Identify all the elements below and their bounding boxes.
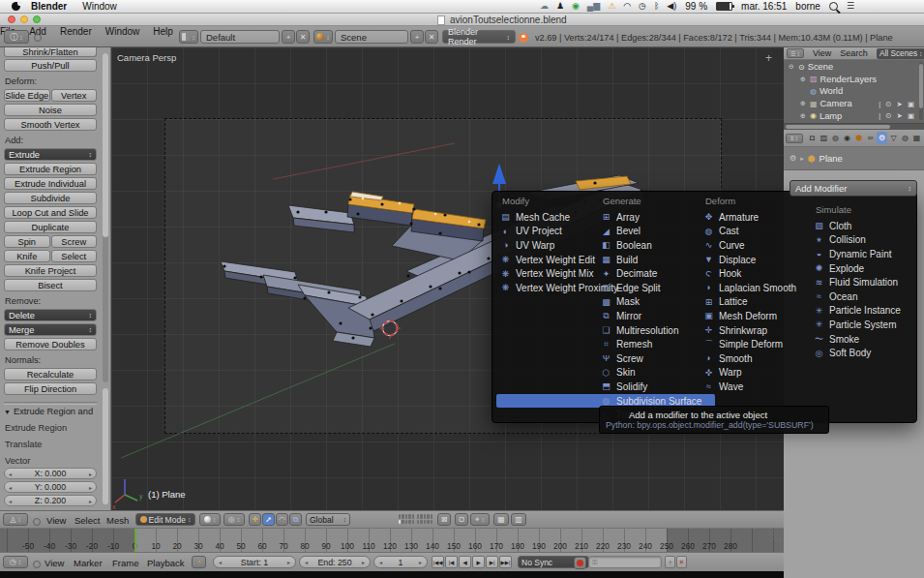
scene-icon-button[interactable]: ↕ (313, 30, 333, 44)
expand-icon[interactable]: ⊕ (799, 100, 807, 107)
modifier-menu-item[interactable]: ▣Mesh Deform (703, 309, 806, 323)
resize-grip-icon[interactable] (770, 531, 782, 542)
viewport-shading-dropdown[interactable]: ↕ (199, 513, 221, 526)
modifier-menu-item[interactable]: ✳Particle System (814, 318, 916, 332)
modifier-menu-item[interactable]: ◍Cast (703, 225, 806, 239)
view3d-editor-selector[interactable]: ◬↕ (3, 513, 28, 526)
status-icon[interactable]: ◉ (572, 2, 580, 11)
modifier-menu-item[interactable]: ϚHook (703, 266, 806, 281)
tool-subdivide[interactable]: Subdivide (4, 192, 97, 204)
pivot-point-dropdown[interactable]: ◎↕ (224, 513, 245, 526)
use-preview-range-button[interactable]: ◔ (192, 556, 206, 568)
eye-icon[interactable]: ⊙ (885, 111, 891, 120)
tool-flip-direction[interactable]: Flip Direction (4, 382, 97, 395)
manipulator-translate-button[interactable]: ➚ (262, 513, 275, 526)
properties-tab[interactable]: ◍ (900, 132, 910, 144)
vector-z-field[interactable]: ◂Z: 0.200▸ (4, 495, 97, 506)
snap-element-dropdown[interactable]: ⌖↕ (470, 513, 490, 526)
playback-button[interactable]: ▶ (472, 556, 485, 568)
modifier-menu-item[interactable]: ◢Bevel (601, 225, 703, 239)
properties-tab[interactable]: ⬢ (853, 132, 864, 144)
info-menu-item[interactable]: Help (153, 26, 173, 37)
scrollbar-thumb[interactable] (919, 64, 923, 108)
modifier-menu-item[interactable]: ❋Vertex Weight Edit (500, 253, 603, 267)
snap-toggle-button[interactable]: Ω (455, 513, 468, 526)
outliner-row[interactable]: ⊕ ▦ Camera |⊙➤▣ (784, 98, 924, 110)
properties-tab[interactable]: ⚙ (877, 132, 887, 144)
tool-merge-dropdown[interactable]: Merge↕ (4, 323, 97, 336)
status-icon[interactable]: ◠ (623, 2, 631, 11)
scrollbar-thumb[interactable] (786, 125, 890, 129)
tool-bisect[interactable]: Bisect (4, 279, 97, 291)
screen-layout-field[interactable]: Default (200, 30, 280, 44)
info-menu-item[interactable]: Render (60, 26, 92, 37)
outliner-row[interactable]: ⊕ ▨ RenderLayers (784, 74, 924, 86)
window-titlebar[interactable]: avionToutselectionne.blend (0, 14, 924, 26)
minimize-window-button[interactable] (20, 15, 28, 23)
auto-keyframe-button[interactable] (574, 557, 586, 569)
outliner-row[interactable]: ⊕ ◉ Lamp |⊙➤▣ (784, 109, 924, 122)
properties-tab[interactable]: ▽ (888, 132, 899, 144)
add-scene-button[interactable]: + (410, 30, 424, 44)
modifier-menu-item[interactable]: ⌗Remesh (601, 337, 703, 351)
decrement-icon[interactable]: ◂ (9, 471, 12, 477)
layers-widget[interactable] (399, 514, 432, 524)
editor-type-selector[interactable]: ⓘ↕ (4, 30, 29, 44)
status-icon[interactable]: ᛒ (654, 2, 659, 11)
modifier-menu-item[interactable]: ⊞Lattice (703, 295, 806, 310)
close-window-button[interactable] (8, 15, 15, 23)
modifier-menu-item[interactable]: ⧉Mirror (601, 309, 703, 323)
timeline-menu-playback[interactable]: Playback (147, 558, 185, 568)
decrement-icon[interactable]: ◂ (9, 498, 12, 504)
playback-button[interactable]: |◀ (445, 556, 458, 568)
modifier-menu-item[interactable]: ✳Particle Instance (814, 304, 916, 319)
screen-layout-icon-button[interactable]: ↕ (179, 30, 198, 44)
tool-shrink-flatten[interactable]: Shrink/Flatten (4, 47, 97, 57)
status-icon[interactable]: ◷ (639, 2, 646, 11)
playback-button[interactable]: ▶| (486, 556, 498, 568)
keying-set-field[interactable]: ⚿ (588, 556, 662, 568)
expand-icon[interactable]: ⊕ (799, 76, 807, 83)
modifier-menu-item[interactable]: ≋Fluid Simulation (814, 275, 916, 289)
properties-editor-selector[interactable]: ≡↕ (786, 134, 803, 143)
timeline-menu-marker[interactable]: Marker (74, 558, 103, 568)
playback-button[interactable]: ◀ (459, 556, 471, 568)
properties-tab[interactable]: ∞ (865, 132, 876, 144)
modifier-menu-item[interactable]: ◗Laplacian Smooth (703, 281, 806, 295)
menubar-clock[interactable]: mar. 16:51 (741, 1, 787, 12)
modifier-menu-item[interactable]: ▤Mesh Cache (500, 210, 603, 225)
modifier-menu-item[interactable]: 〜Smoke (814, 332, 916, 347)
modifier-menu-item[interactable]: ◎Soft Body (814, 346, 916, 360)
modifier-menu-item[interactable]: ◧Boolean (601, 238, 703, 253)
tool-screw[interactable]: Screw (51, 235, 98, 248)
end-frame-field[interactable]: ◂End: 250▸ (299, 556, 371, 568)
menubar-user[interactable]: borne (795, 1, 820, 12)
modifier-menu-item[interactable]: ≈Ocean (814, 289, 916, 304)
tool-extrude-individual[interactable]: Extrude Individual (4, 177, 97, 190)
datablock-label[interactable]: Camera (820, 99, 852, 108)
vector-x-field[interactable]: ◂X: 0.000▸ (4, 468, 97, 479)
collapse-menus-toggle[interactable] (33, 561, 41, 568)
outliner-menu-view[interactable]: View (813, 48, 831, 58)
tool-remove-doubles[interactable]: Remove Doubles (4, 338, 97, 350)
modifier-menu-item[interactable]: ❋Vertex Weight Mix (500, 266, 603, 281)
tool-knife-project[interactable]: Knife Project (4, 264, 97, 277)
increment-icon[interactable]: ▸ (362, 559, 365, 565)
tool-knife[interactable]: Knife (4, 250, 50, 262)
current-frame-field[interactable]: ◂1▸ (373, 556, 428, 568)
tool-extrude-dropdown[interactable]: Extrude↕ (4, 148, 97, 161)
start-frame-field[interactable]: ◂Start: 1▸ (213, 556, 296, 568)
timeline-editor-selector[interactable]: ◷↕ (3, 556, 28, 568)
modifier-menu-item[interactable]: ✦Decimate (601, 266, 703, 281)
decrement-icon[interactable]: ◂ (219, 559, 222, 565)
mode-dropdown[interactable]: Edit Mode↕ (135, 513, 195, 526)
timeline-menu-frame[interactable]: Frame (112, 558, 138, 568)
current-frame-indicator[interactable] (134, 529, 136, 552)
tool-loop-cut[interactable]: Loop Cut and Slide (4, 206, 97, 219)
manipulator-scale-button[interactable]: ⧉ (289, 513, 302, 526)
datablock-label[interactable]: World (820, 86, 843, 96)
properties-tab[interactable]: ◍ (830, 132, 841, 144)
modifier-menu-item[interactable]: ✜Warp (703, 366, 806, 380)
decrement-icon[interactable]: ◂ (9, 484, 12, 491)
timeline-menu-view[interactable]: View (45, 558, 64, 568)
